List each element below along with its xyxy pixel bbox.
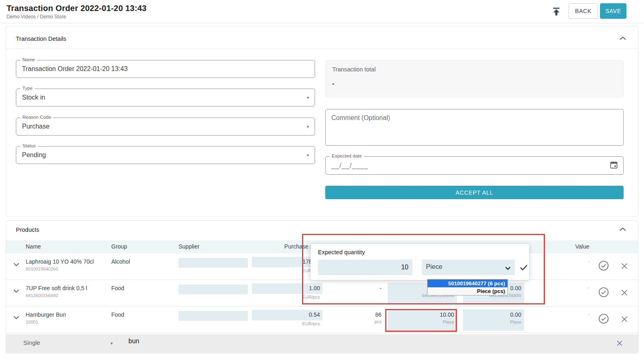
- clear-search-button[interactable]: [614, 338, 625, 349]
- divider: [6, 49, 638, 49]
- name-field-value: Transaction Order 2022-01-20 13:43: [22, 65, 128, 73]
- add-mode-select[interactable]: Single ▾: [23, 339, 121, 346]
- product-group: Food: [111, 311, 124, 318]
- collapse-transaction-details-button[interactable]: [618, 35, 628, 43]
- row-value: -: [536, 258, 589, 264]
- column-header-group: Group: [111, 243, 127, 250]
- column-header-name: Name: [26, 243, 41, 250]
- chevron-down-icon: [13, 315, 20, 321]
- calendar-icon: [609, 164, 618, 171]
- name-field-label: Name: [20, 57, 37, 62]
- supplier-input[interactable]: [179, 258, 248, 268]
- accept-row-button[interactable]: [598, 286, 609, 299]
- accept-row-button[interactable]: [598, 313, 609, 326]
- purchase-price-value: 0.54: [309, 311, 320, 318]
- product-search-input[interactable]: [128, 338, 577, 345]
- purchase-price-input[interactable]: 0.54: [252, 310, 322, 320]
- column-header-purchase-price: Purchase price: [241, 243, 322, 250]
- product-name: Hamburger Bun: [26, 311, 66, 318]
- chevron-up-icon: [619, 227, 626, 233]
- row-value: -: [536, 285, 589, 291]
- product-code: 6413600156840: [26, 293, 58, 298]
- product-code: 5010019640260: [26, 267, 58, 271]
- status-select[interactable]: Status Pending ▾: [16, 146, 315, 164]
- add-product-bar: Single ▾: [6, 334, 639, 353]
- expected-quantity-value: 10.00: [440, 311, 454, 318]
- dropdown-arrow-icon: ▾: [307, 95, 309, 100]
- breadcrumb: Demo Videos / Demo Store: [7, 14, 66, 20]
- section-title-products: Products: [16, 227, 39, 233]
- table-row: 7UP Free soft drink 0,5 l 6413600156840 …: [6, 280, 639, 306]
- stock-unit: pcs: [328, 319, 382, 324]
- expected-quantity-popup-input[interactable]: [318, 260, 412, 275]
- column-header-value: Value: [536, 243, 589, 250]
- dropdown-arrow-icon: ▾: [110, 341, 113, 346]
- calendar-button[interactable]: [609, 160, 619, 171]
- unit-select[interactable]: Piece: [422, 260, 515, 275]
- check-circle-icon: [598, 267, 609, 273]
- close-icon: [620, 319, 629, 325]
- reason-code-select-value: Purchase: [22, 123, 50, 130]
- supplier-input[interactable]: [179, 311, 248, 321]
- close-icon: [620, 266, 629, 272]
- actual-quantity-unit: Piece: [510, 320, 521, 324]
- close-icon: [620, 292, 629, 298]
- product-name: 7UP Free soft drink 0,5 l: [26, 285, 87, 291]
- products-card: Products Name Group Supplier Purchase pr…: [6, 220, 638, 353]
- expected-quantity-input[interactable]: 10.00 Piece: [388, 309, 457, 331]
- transaction-total-value: -: [332, 80, 334, 87]
- type-select[interactable]: Type Stock in ▾: [16, 89, 315, 107]
- collapse-products-button[interactable]: [618, 226, 628, 234]
- accept-row-button[interactable]: [598, 260, 609, 273]
- remove-row-button[interactable]: [620, 262, 629, 272]
- remove-row-button[interactable]: [620, 315, 629, 325]
- expand-row-button[interactable]: [12, 286, 21, 295]
- section-title-transaction-details: Transaction Details: [16, 36, 66, 42]
- chevron-down-icon: [505, 264, 511, 272]
- unit-option[interactable]: Piece (pcs): [428, 287, 507, 295]
- name-field[interactable]: Name Transaction Order 2022-01-20 13:43: [16, 60, 315, 78]
- transaction-total-label: Transaction total: [332, 66, 376, 73]
- actual-quantity-value: 0.00: [510, 285, 521, 291]
- actual-quantity-value: 0.00: [510, 311, 521, 318]
- stock-value: 86: [328, 311, 382, 318]
- chevron-up-icon: [619, 36, 626, 42]
- back-button[interactable]: BACK: [569, 3, 598, 19]
- expected-date-value: __/__/____: [331, 162, 368, 169]
- expand-row-button[interactable]: [12, 313, 21, 322]
- unit-option-selected[interactable]: 5010019640277 (6 pcs): [428, 280, 507, 287]
- upload-button[interactable]: [550, 6, 562, 18]
- accept-all-button[interactable]: ACCEPT ALL: [325, 186, 624, 199]
- expected-quantity-popup: Expected quantity Piece: [311, 244, 529, 280]
- check-circle-icon: [598, 293, 609, 299]
- transaction-order-page: Transaction Order 2022-01-20 13:43 Demo …: [0, 0, 644, 362]
- reason-code-select-label: Reason Code: [20, 115, 53, 120]
- expected-quantity-unit: Piece: [443, 320, 454, 324]
- expand-row-button[interactable]: [12, 260, 21, 269]
- stock-value: -: [328, 285, 382, 291]
- chevron-down-icon: [13, 288, 20, 294]
- add-mode-value: Single: [23, 339, 40, 346]
- expected-quantity-popup-label: Expected quantity: [318, 249, 365, 255]
- actual-quantity-input[interactable]: 0.00 Piece: [463, 309, 524, 331]
- reason-code-select[interactable]: Reason Code Purchase ▾: [16, 118, 315, 135]
- upload-icon: [551, 12, 562, 18]
- dropdown-arrow-icon: ▾: [307, 124, 309, 129]
- transaction-total-box: Transaction total -: [325, 60, 624, 98]
- column-header-supplier: Supplier: [179, 243, 199, 250]
- confirm-quantity-button[interactable]: [518, 262, 529, 273]
- save-button[interactable]: SAVE: [600, 3, 626, 19]
- status-select-label: Status: [20, 143, 38, 148]
- product-group: Food: [111, 285, 124, 291]
- chevron-down-icon: [13, 262, 20, 268]
- close-icon: [615, 342, 624, 349]
- dropdown-arrow-icon: ▾: [307, 153, 309, 158]
- expected-date-label: Expected date: [330, 153, 364, 158]
- remove-row-button[interactable]: [620, 288, 629, 298]
- purchase-price-input[interactable]: 1.00: [252, 283, 322, 294]
- comment-textarea[interactable]: [325, 109, 624, 146]
- expected-date-field[interactable]: Expected date __/__/____: [325, 156, 624, 175]
- supplier-input[interactable]: [179, 284, 248, 294]
- page-title: Transaction Order 2022-01-20 13:43: [7, 4, 147, 13]
- product-group: Alcohol: [111, 258, 130, 265]
